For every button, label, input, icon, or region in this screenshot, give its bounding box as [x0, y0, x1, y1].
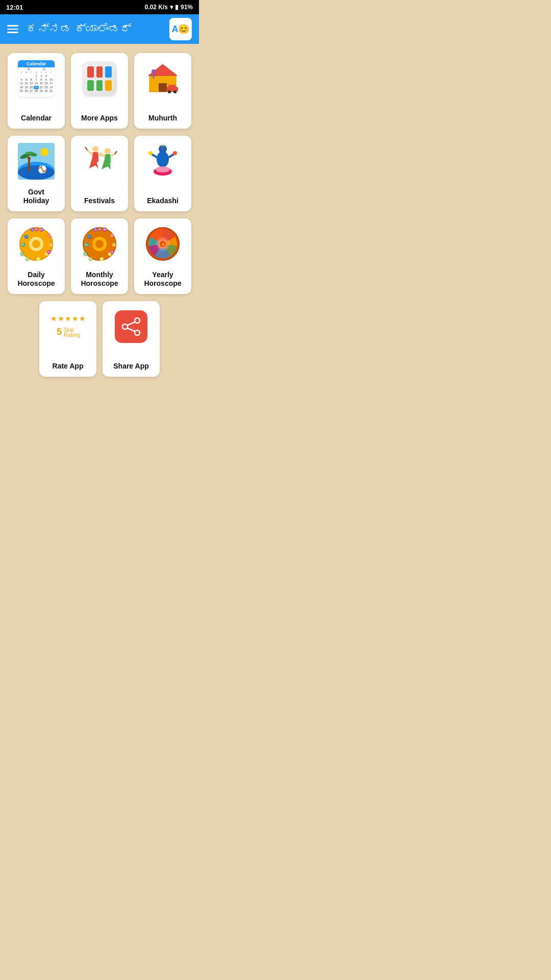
grid-row-2: GovtHoliday [5, 136, 194, 211]
svg-point-14 [40, 148, 48, 156]
share-app-icon [113, 308, 149, 345]
svg-point-10 [173, 90, 177, 93]
svg-text:♍: ♍ [25, 257, 30, 261]
svg-line-84 [128, 322, 135, 325]
battery-level: 91% [181, 4, 193, 11]
svg-point-38 [148, 151, 153, 155]
more-apps-icon [81, 60, 118, 97]
yearly-horoscope-label: YearlyHoroscope [144, 271, 181, 288]
monthly-horoscope-label: MonthlyHoroscope [81, 271, 118, 288]
svg-line-36 [152, 154, 157, 157]
rate-app-icon: ★ ★ ★ ★ ★ 5 Star Rating [49, 308, 86, 345]
svg-point-81 [135, 318, 140, 323]
svg-text:♏: ♏ [21, 242, 26, 247]
daily-horoscope-card[interactable]: ♈ ♉ ♊ ♋ ♌ ♍ ♎ ♏ ♐ ♑ ♒ ♓ DailyHoroscope [8, 218, 65, 294]
svg-point-27 [105, 148, 111, 154]
app-header: ಕನ್ನಡ ಕ್ಯಾಲೆಂಡರ್ A😊 [0, 14, 199, 44]
svg-text:5: 5 [57, 327, 62, 337]
svg-line-85 [128, 328, 135, 331]
svg-point-3 [152, 69, 156, 74]
svg-point-13 [18, 165, 55, 180]
svg-marker-29 [102, 159, 111, 169]
govt-holiday-card[interactable]: GovtHoliday [8, 136, 65, 211]
status-time: 12:01 [6, 4, 23, 11]
svg-text:☀: ☀ [161, 242, 165, 247]
festivals-card[interactable]: Festivals [71, 136, 128, 211]
daily-horoscope-icon: ♈ ♉ ♊ ♋ ♌ ♍ ♎ ♏ ♐ ♑ ♒ ♓ [18, 226, 55, 262]
svg-point-39 [173, 151, 177, 155]
svg-text:♓: ♓ [46, 250, 51, 254]
status-right: 0.02 K/s ▾ ▮ 91% [145, 4, 193, 11]
svg-point-42 [162, 148, 164, 150]
share-app-card[interactable]: Share App [103, 301, 160, 377]
svg-line-37 [169, 154, 174, 157]
svg-line-32 [115, 151, 117, 154]
muhurth-icon [144, 60, 181, 97]
yearly-horoscope-card[interactable]: ☀ YearlyHoroscope [134, 218, 191, 294]
svg-point-21 [92, 146, 98, 152]
svg-text:♓: ♓ [110, 250, 114, 254]
signal-icon: ▮ [175, 4, 179, 11]
svg-text:♒: ♒ [39, 227, 44, 232]
ekadashi-icon [144, 143, 181, 180]
svg-point-19 [28, 157, 31, 160]
svg-text:♏: ♏ [84, 242, 89, 247]
more-apps-label: More Apps [81, 114, 118, 122]
calendar-label: Calendar [21, 114, 52, 122]
ekadashi-label: Ekadashi [147, 197, 178, 205]
rate-app-card[interactable]: ★ ★ ★ ★ ★ 5 Star Rating Rate App [39, 301, 96, 377]
govt-holiday-icon [18, 143, 55, 180]
star-4: ★ [72, 314, 79, 323]
govt-holiday-label: GovtHoliday [23, 188, 49, 205]
svg-text:♈: ♈ [34, 227, 39, 232]
star-5: ★ [79, 314, 86, 323]
svg-rect-2 [159, 83, 167, 92]
svg-line-26 [85, 147, 87, 150]
daily-horoscope-label: DailyHoroscope [17, 271, 55, 288]
svg-text:♉: ♉ [110, 233, 114, 238]
muhurth-card[interactable]: Muhurth [134, 53, 191, 129]
svg-point-35 [157, 151, 169, 167]
svg-text:♎: ♎ [20, 252, 24, 256]
calendar-icon: Calendar SMTWTFS 123 45678910 1112131415… [18, 60, 55, 97]
yearly-horoscope-icon: ☀ [144, 226, 181, 262]
svg-line-24 [87, 150, 92, 154]
festivals-label: Festivals [84, 197, 115, 205]
svg-text:♌: ♌ [36, 257, 41, 261]
svg-point-9 [168, 90, 171, 93]
star-3: ★ [65, 314, 71, 323]
calendar-card[interactable]: Calendar SMTWTFS 123 45678910 1112131415… [8, 53, 65, 129]
status-bar: 12:01 0.02 K/s ▾ ▮ 91% [0, 0, 199, 14]
svg-text:♒: ♒ [103, 227, 107, 232]
svg-text:♐: ♐ [24, 234, 29, 239]
svg-point-41 [156, 166, 170, 173]
main-content: Calendar SMTWTFS 123 45678910 1112131415… [0, 44, 199, 386]
svg-text:♈: ♈ [97, 227, 102, 232]
grid-row-4: ★ ★ ★ ★ ★ 5 Star Rating Rate App [5, 301, 194, 377]
svg-point-45 [32, 240, 40, 248]
grid-row-1: Calendar SMTWTFS 123 45678910 1112131415… [5, 53, 194, 129]
ekadashi-card[interactable]: Ekadashi [134, 136, 191, 211]
svg-text:♎: ♎ [83, 252, 88, 256]
star-1: ★ [51, 314, 57, 323]
wifi-icon: ▾ [170, 4, 173, 11]
translate-button[interactable]: A😊 [169, 18, 192, 40]
star-2: ★ [58, 314, 64, 323]
svg-point-83 [135, 330, 140, 335]
svg-text:♐: ♐ [87, 234, 92, 239]
svg-text:Rating: Rating [64, 332, 80, 338]
svg-text:♑: ♑ [30, 227, 35, 232]
translate-icon: A😊 [172, 23, 190, 35]
svg-rect-8 [168, 85, 176, 88]
hamburger-menu[interactable] [7, 25, 18, 33]
more-apps-card[interactable]: More Apps [71, 53, 128, 129]
svg-text:♊: ♊ [48, 242, 53, 247]
svg-text:♌: ♌ [99, 257, 104, 261]
monthly-horoscope-card[interactable]: ♈ ♉ ♊ ♋ ♌ ♍ ♎ ♏ ♐ ♑ ♒ ♓ MonthlyHoroscope [71, 218, 128, 294]
muhurth-label: Muhurth [148, 114, 177, 122]
svg-text:♉: ♉ [46, 233, 51, 238]
svg-point-82 [122, 324, 128, 329]
app-title: ಕನ್ನಡ ಕ್ಯಾಲೆಂಡರ್ [27, 22, 131, 36]
monthly-horoscope-icon: ♈ ♉ ♊ ♋ ♌ ♍ ♎ ♏ ♐ ♑ ♒ ♓ [81, 226, 118, 262]
festivals-icon [81, 143, 118, 180]
